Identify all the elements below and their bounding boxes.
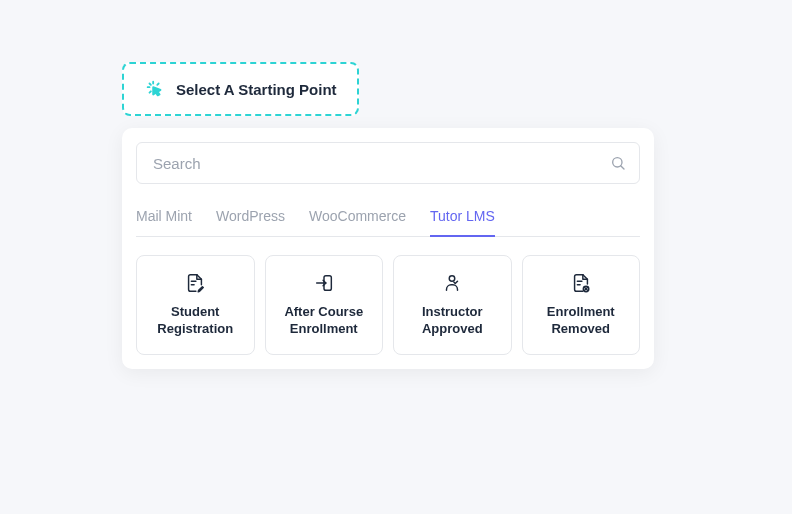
option-label: Student Registration — [157, 304, 233, 338]
tab-woocommerce[interactable]: WooCommerce — [309, 200, 406, 236]
option-label: Instructor Approved — [422, 304, 483, 338]
category-tabs: Mail Mint WordPress WooCommerce Tutor LM… — [136, 194, 640, 237]
option-label: After Course Enrollment — [284, 304, 363, 338]
option-label: Enrollment Removed — [547, 304, 615, 338]
option-instructor-approved[interactable]: Instructor Approved — [393, 255, 512, 355]
starting-point-label: Select A Starting Point — [176, 81, 337, 98]
enter-door-icon — [313, 272, 335, 294]
option-after-course-enrollment[interactable]: After Course Enrollment — [265, 255, 384, 355]
document-remove-icon — [570, 272, 592, 294]
starting-point-panel: Mail Mint WordPress WooCommerce Tutor LM… — [122, 128, 654, 369]
svg-point-5 — [450, 276, 456, 282]
select-starting-point-box[interactable]: Select A Starting Point — [122, 62, 359, 116]
option-student-registration[interactable]: Student Registration — [136, 255, 255, 355]
svg-line-1 — [621, 166, 624, 169]
trigger-options-grid: Student Registration After Course Enroll… — [136, 255, 640, 355]
tab-wordpress[interactable]: WordPress — [216, 200, 285, 236]
tab-tutor-lms[interactable]: Tutor LMS — [430, 200, 495, 236]
person-check-icon — [441, 272, 463, 294]
search-input[interactable] — [136, 142, 640, 184]
document-edit-icon — [184, 272, 206, 294]
click-cursor-icon — [144, 78, 166, 100]
tab-mail-mint[interactable]: Mail Mint — [136, 200, 192, 236]
search-icon — [610, 155, 626, 171]
option-enrollment-removed[interactable]: Enrollment Removed — [522, 255, 641, 355]
search-field-wrapper — [136, 142, 640, 184]
